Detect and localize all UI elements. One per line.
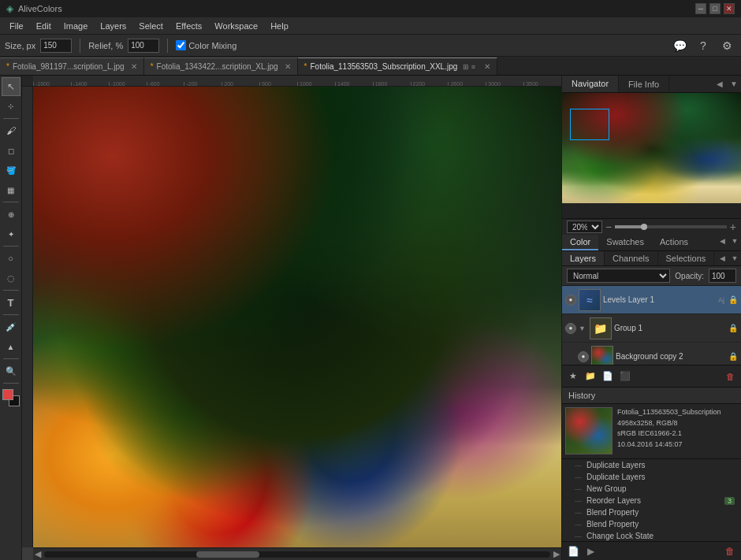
csa-spacer: [696, 235, 716, 250]
main-area: ↖ ⊹ 🖌 ◻ 🪣 ▦ ⊕ ✦ ○ ◌ T 💉 ▲ 🔍 -1600 -1400: [0, 76, 741, 560]
tab-file-info[interactable]: File Info: [619, 76, 669, 92]
tab-1[interactable]: * Fotolia_981197...scription_L.jpg ✕: [0, 57, 144, 75]
window-controls: ─ □ ✕: [695, 3, 735, 14]
nav-viewport-box[interactable]: [570, 109, 609, 140]
tool-healing[interactable]: ✦: [2, 224, 20, 243]
panel-collapse-btn[interactable]: ◀: [713, 77, 727, 91]
close-button[interactable]: ✕: [724, 3, 735, 14]
zoom-slider-thumb[interactable]: [641, 224, 647, 230]
layer-eye-group1[interactable]: ●: [565, 323, 576, 334]
history-page-btn[interactable]: 📄: [565, 544, 581, 558]
tool-gradient[interactable]: ▦: [2, 180, 20, 199]
tab-3-close[interactable]: ✕: [484, 62, 490, 71]
tool-blur[interactable]: ◌: [2, 269, 20, 287]
canvas-area: -1600 -1400 -1000 -600 -200 200 600 1000…: [22, 76, 561, 560]
layers-menu-btn[interactable]: ▼: [728, 252, 741, 265]
minimize-button[interactable]: ─: [695, 3, 706, 14]
panel-menu-btn[interactable]: ▼: [727, 77, 741, 91]
tab-2[interactable]: * Fotolia_1343422...scription_XL.jpg ✕: [144, 57, 298, 75]
menu-select[interactable]: Select: [132, 20, 169, 32]
canvas-wrapper[interactable]: [33, 87, 561, 547]
color-swatches[interactable]: [2, 389, 20, 406]
horizontal-scrollbar[interactable]: ◀ ▶: [33, 547, 561, 560]
tab-layers[interactable]: Layers: [562, 251, 605, 265]
tool-dodge[interactable]: ○: [2, 249, 20, 268]
csa-collapse-btn[interactable]: ◀: [716, 235, 728, 247]
menu-workspace[interactable]: Workspace: [208, 20, 264, 32]
tab-actions[interactable]: Actions: [652, 235, 696, 250]
zoom-slider[interactable]: [615, 225, 727, 228]
menu-effects[interactable]: Effects: [169, 20, 208, 32]
layer-eye-levels[interactable]: ●: [565, 295, 576, 306]
tab-3[interactable]: * Fotolia_113563503_Subscription_XXL.jpg…: [298, 57, 497, 75]
scroll-left-btn[interactable]: ◀: [35, 549, 41, 559]
size-input[interactable]: [40, 39, 72, 53]
menu-image[interactable]: Image: [58, 20, 95, 32]
tab-selections[interactable]: Selections: [658, 251, 715, 265]
history-play-btn[interactable]: ▶: [583, 544, 598, 558]
layer-add-folder-btn[interactable]: 📁: [583, 369, 598, 384]
layer-type-levels: Aj: [718, 296, 724, 304]
tab-channels[interactable]: Channels: [605, 251, 657, 265]
tool-clone[interactable]: ⊕: [2, 205, 20, 224]
layer-group1[interactable]: ● ▼ 📁 Group 1 🔒: [562, 314, 741, 343]
tool-select[interactable]: ↖: [2, 77, 20, 96]
color-mixing-checkbox[interactable]: [176, 40, 186, 50]
tool-eyedropper[interactable]: 💉: [2, 317, 20, 336]
layer-add-style-btn[interactable]: ★: [565, 369, 581, 384]
csa-menu-btn[interactable]: ▼: [728, 235, 741, 247]
tab-swatches[interactable]: Swatches: [598, 235, 652, 250]
scroll-track[interactable]: [44, 551, 550, 558]
blend-mode-select[interactable]: Normal Multiply Screen Overlay: [567, 269, 670, 283]
hist-item-3[interactable]: New Group: [562, 483, 741, 495]
tool-zoom[interactable]: 🔍: [2, 362, 20, 380]
layer-bg-copy2[interactable]: ● Background copy 2 🔒: [562, 343, 741, 365]
tab-color[interactable]: Color: [562, 235, 598, 250]
scroll-thumb[interactable]: [196, 551, 259, 558]
layer-delete-btn[interactable]: 🗑: [722, 369, 738, 384]
zoom-out-icon[interactable]: −: [605, 221, 612, 233]
hist-item-6[interactable]: Blend Property: [562, 518, 741, 530]
layer-add-btn[interactable]: 📄: [600, 369, 616, 384]
menu-file[interactable]: File: [3, 20, 30, 32]
tab-navigator[interactable]: Navigator: [562, 76, 619, 92]
help-icon[interactable]: ?: [694, 36, 713, 55]
tool-colorpicker[interactable]: ▲: [2, 337, 20, 356]
layer-levels[interactable]: ● ≈ Levels Layer 1 Aj 🔒: [562, 286, 741, 314]
chat-icon[interactable]: 💬: [670, 36, 689, 55]
tool-paint[interactable]: 🪣: [2, 161, 20, 180]
hist-label-4: Reorder Layers: [586, 496, 641, 505]
layers-collapse-btn[interactable]: ◀: [716, 252, 728, 265]
layer-eye-bgcopy2[interactable]: ●: [578, 351, 589, 362]
maximize-button[interactable]: □: [709, 3, 721, 14]
zoom-select[interactable]: 20% 25% 50% 100%: [567, 221, 602, 233]
ruler-tick: 2600: [448, 82, 486, 87]
hist-item-7[interactable]: Change Lock State: [562, 530, 741, 541]
vertical-ruler: [22, 87, 33, 547]
opacity-input[interactable]: [709, 269, 736, 283]
relief-input[interactable]: [128, 39, 159, 53]
tool-eraser[interactable]: ◻: [2, 141, 20, 160]
tab-2-close[interactable]: ✕: [285, 62, 291, 71]
hist-label-3: New Group: [586, 484, 627, 493]
hist-filename: Fotolia_113563503_Subscription: [617, 407, 721, 418]
hist-item-1[interactable]: Duplicate Layers: [562, 459, 741, 471]
tool-text[interactable]: T: [2, 293, 20, 312]
menu-help[interactable]: Help: [264, 20, 295, 32]
tab-1-close[interactable]: ✕: [131, 62, 137, 71]
hist-item-5[interactable]: Blend Property: [562, 506, 741, 518]
history-trash-btn[interactable]: 🗑: [722, 544, 738, 558]
menu-layers[interactable]: Layers: [94, 20, 132, 32]
tool-brush[interactable]: 🖌: [2, 121, 20, 140]
hist-item-4[interactable]: Reorder Layers3: [562, 495, 741, 506]
hist-label-1: Duplicate Layers: [586, 461, 645, 469]
hist-item-2[interactable]: Duplicate Layers: [562, 471, 741, 483]
tool-sep-4: [3, 290, 19, 291]
scroll-right-btn[interactable]: ▶: [553, 549, 560, 559]
settings-icon[interactable]: ⚙: [717, 36, 736, 55]
zoom-in-icon[interactable]: +: [730, 221, 736, 233]
menu-edit[interactable]: Edit: [30, 20, 58, 32]
tool-transform[interactable]: ⊹: [2, 97, 20, 116]
layer-mask-btn[interactable]: ⬛: [617, 369, 633, 384]
right-panel: Navigator File Info ◀ ▼ 20% 25% 50% 100%…: [561, 76, 741, 560]
